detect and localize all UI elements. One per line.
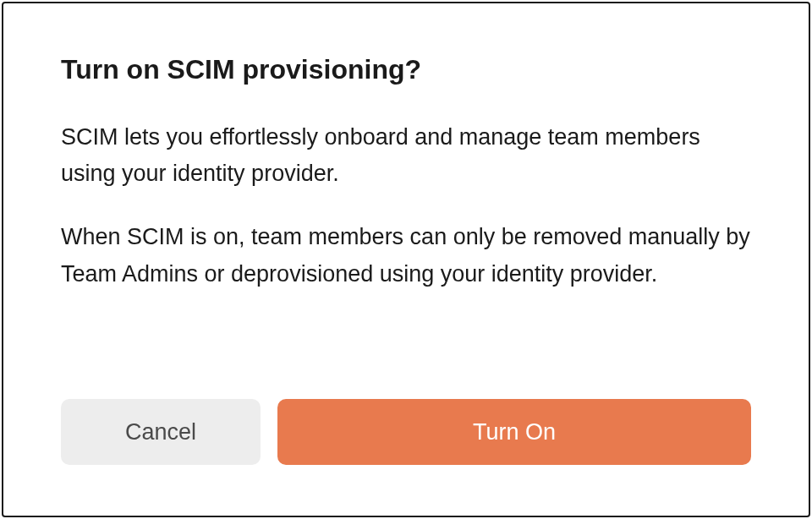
dialog-paragraph-1: SCIM lets you effortlessly onboard and m… [61,119,751,192]
dialog-body: SCIM lets you effortlessly onboard and m… [61,119,751,382]
dialog-paragraph-2: When SCIM is on, team members can only b… [61,219,751,292]
dialog-actions: Cancel Turn On [61,399,751,465]
cancel-button[interactable]: Cancel [61,399,261,465]
confirmation-dialog: Turn on SCIM provisioning? SCIM lets you… [2,2,810,517]
dialog-title: Turn on SCIM provisioning? [61,54,751,85]
turn-on-button[interactable]: Turn On [277,399,751,465]
